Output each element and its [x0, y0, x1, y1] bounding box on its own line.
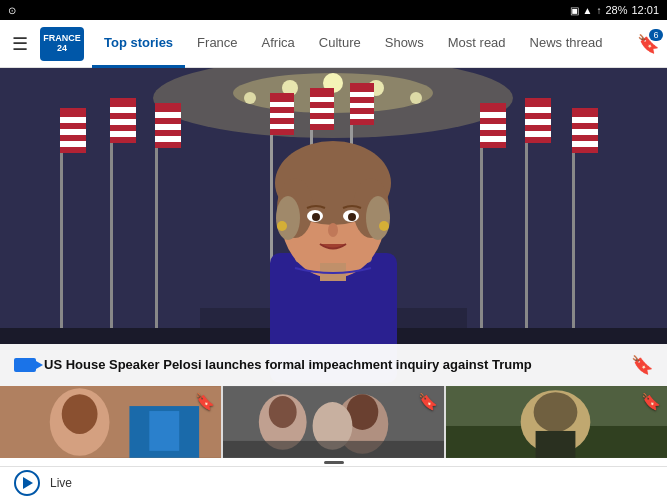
- svg-point-78: [269, 396, 297, 428]
- tab-france[interactable]: France: [185, 20, 249, 68]
- svg-rect-25: [480, 112, 506, 118]
- wifi-icon: ▲: [583, 5, 593, 16]
- tab-most-read[interactable]: Most read: [436, 20, 518, 68]
- header: ☰ FRANCE24 Top stories France Africa Cul…: [0, 20, 667, 68]
- svg-rect-22: [155, 136, 181, 142]
- svg-rect-35: [572, 117, 598, 123]
- svg-point-62: [366, 196, 390, 240]
- app-icon: ⊙: [8, 5, 16, 16]
- svg-rect-45: [350, 92, 374, 97]
- thumbnail-1-image: [0, 386, 221, 458]
- status-bar: ⊙ ▣ ▲ ↑ 28% 12:01: [0, 0, 667, 20]
- svg-rect-20: [155, 112, 181, 118]
- svg-rect-32: [525, 131, 551, 137]
- thumb-1-bookmark[interactable]: 🔖: [195, 392, 215, 411]
- bookmark-badge: 6: [649, 29, 663, 41]
- svg-point-7: [410, 92, 422, 104]
- thumbnail-strip: 🔖 🔖 🔖: [0, 386, 667, 458]
- time-display: 12:01: [631, 4, 659, 16]
- svg-point-68: [277, 221, 287, 231]
- svg-point-69: [379, 221, 389, 231]
- svg-rect-27: [480, 136, 506, 142]
- thumbnail-3[interactable]: 🔖: [446, 386, 667, 458]
- tab-top-stories[interactable]: Top stories: [92, 20, 185, 68]
- sim-icon: ▣: [570, 5, 579, 16]
- svg-rect-37: [572, 141, 598, 147]
- svg-rect-40: [310, 97, 334, 102]
- svg-rect-41: [310, 108, 334, 113]
- svg-rect-51: [270, 113, 294, 118]
- svg-point-66: [348, 213, 356, 221]
- tab-africa[interactable]: Africa: [250, 20, 307, 68]
- hero-image: [0, 68, 667, 386]
- svg-point-86: [534, 392, 578, 432]
- tab-news-thread[interactable]: News thread: [518, 20, 615, 68]
- bottom-bar: Live: [0, 466, 667, 498]
- svg-rect-26: [480, 124, 506, 130]
- svg-point-6: [244, 92, 256, 104]
- live-label: Live: [50, 476, 72, 490]
- tab-shows[interactable]: Shows: [373, 20, 436, 68]
- play-icon: [23, 477, 33, 489]
- hero-bookmark-button[interactable]: 🔖: [631, 354, 653, 376]
- video-camera-icon: [14, 358, 36, 372]
- thumbnail-2-image: [223, 386, 444, 458]
- svg-rect-30: [525, 107, 551, 113]
- thumbnail-3-image: [446, 386, 667, 458]
- hamburger-button[interactable]: ☰: [8, 29, 32, 59]
- hero-caption-text: US House Speaker Pelosi launches formal …: [44, 357, 532, 374]
- svg-rect-31: [525, 119, 551, 125]
- header-bookmark-button[interactable]: 🔖 6: [637, 33, 659, 55]
- main-nav: Top stories France Africa Culture Shows …: [92, 20, 629, 68]
- tab-culture[interactable]: Culture: [307, 20, 373, 68]
- thumbnail-1[interactable]: 🔖: [0, 386, 221, 458]
- svg-rect-46: [350, 103, 374, 108]
- play-button[interactable]: [14, 470, 40, 496]
- svg-rect-11: [60, 129, 86, 135]
- svg-point-67: [328, 223, 338, 237]
- hero-caption: US House Speaker Pelosi launches formal …: [0, 344, 667, 386]
- signal-icon: ↑: [596, 5, 601, 16]
- thumbnail-2[interactable]: 🔖: [223, 386, 444, 458]
- svg-rect-52: [270, 124, 294, 129]
- hero-section: US House Speaker Pelosi launches formal …: [0, 68, 667, 386]
- svg-rect-50: [270, 102, 294, 107]
- battery-percent: 28%: [605, 4, 627, 16]
- svg-rect-75: [149, 411, 179, 451]
- svg-rect-87: [536, 431, 576, 458]
- svg-rect-17: [110, 131, 136, 137]
- scroll-dot: [324, 461, 344, 464]
- svg-rect-16: [110, 119, 136, 125]
- thumb-3-bookmark[interactable]: 🔖: [641, 392, 661, 411]
- status-right: ▣ ▲ ↑ 28% 12:01: [570, 4, 659, 16]
- thumb-2-bookmark[interactable]: 🔖: [418, 392, 438, 411]
- svg-rect-12: [60, 141, 86, 147]
- france24-logo[interactable]: FRANCE24: [40, 27, 84, 61]
- svg-rect-82: [223, 441, 444, 458]
- svg-point-73: [62, 394, 98, 434]
- status-left: ⊙: [8, 5, 16, 16]
- logo-text: FRANCE24: [43, 34, 81, 54]
- svg-rect-42: [310, 119, 334, 124]
- svg-rect-21: [155, 124, 181, 130]
- svg-rect-47: [350, 114, 374, 119]
- svg-point-65: [312, 213, 320, 221]
- svg-rect-36: [572, 129, 598, 135]
- svg-rect-15: [110, 107, 136, 113]
- svg-rect-10: [60, 117, 86, 123]
- svg-point-61: [276, 196, 300, 240]
- scroll-indicator: [0, 458, 667, 466]
